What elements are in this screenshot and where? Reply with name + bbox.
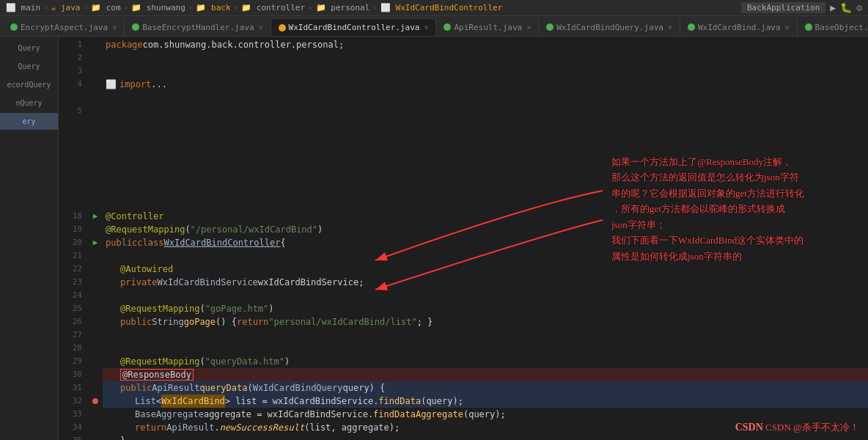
tab-label: WxIdCardBind.java (698, 23, 781, 32)
tab-icon (688, 23, 695, 31)
code-line-12 (103, 197, 868, 210)
sidebar-item-recordquery[interactable]: ecordQuery (0, 76, 58, 93)
sidebar-item-query2[interactable]: Query (0, 58, 58, 75)
code-editor: 1 2 3 4 5 18 19 20 21 22 23 24 2 (59, 37, 868, 440)
code-line-26: public String goPage() { return "persona… (103, 315, 868, 329)
tab-api-result[interactable]: ApiResult.java × (436, 18, 539, 36)
tab-icon (805, 23, 812, 31)
tab-close[interactable]: × (424, 23, 428, 32)
tab-label: ApiResult.java (454, 23, 522, 32)
code-line-32: List<WxIdCardBind> list = wxIdCardBindSe… (103, 395, 868, 408)
code-line-1: package com.shunwang.back.controller.per… (103, 38, 868, 51)
tab-encrypt-aspect[interactable]: EncryptAspect.java × (3, 18, 125, 36)
code-line-6 (103, 117, 868, 131)
breadcrumb-bar: ⬜ main › ☕ java › 📁 com › 📁 shunwang › 📁… (0, 0, 868, 16)
code-line-33: BaseAggregate aggregate = wxIdCardBindSe… (103, 408, 868, 421)
sidebar: Query Query ecordQuery nQuery ery (0, 37, 59, 440)
breadcrumb-controller[interactable]: 📁 controller (241, 3, 305, 12)
tab-label: EncryptAspect.java (21, 23, 108, 32)
tab-close[interactable]: × (785, 23, 790, 32)
csdn-title: CSDN (735, 422, 763, 433)
tab-icon (546, 23, 553, 31)
code-line-21 (103, 249, 868, 263)
breadcrumb-com[interactable]: 📁 com (91, 3, 121, 12)
code-line-18: @Controller (103, 210, 868, 223)
code-line-8 (103, 144, 868, 157)
code-line-28 (103, 342, 868, 355)
code-line-9 (103, 157, 868, 170)
breadcrumb-file[interactable]: ⬜ WxIdCardBindController (380, 3, 502, 12)
gutter: ▶ ▶ (88, 37, 103, 440)
tab-close[interactable]: × (526, 23, 531, 32)
csdn-watermark: CSDN CSDN @杀手不太冷！ (735, 421, 859, 434)
run-area: BackApplication ▶ 🐛 ⚙ (741, 2, 862, 13)
responsebody-annotation: @ResponseBody (120, 369, 194, 381)
gutter-breakpoint-32[interactable] (92, 398, 98, 404)
csdn-username: CSDN @杀手不太冷！ (765, 422, 859, 433)
sidebar-item-query1[interactable]: Query (0, 40, 58, 56)
settings-icon[interactable]: ⚙ (856, 2, 862, 13)
tab-label: WxIdCardBindController.java (289, 23, 420, 32)
code-line-11 (103, 183, 868, 197)
breadcrumb-back[interactable]: 📁 back (196, 3, 230, 12)
code-line-25: @RequestMapping("goPage.htm") (103, 302, 868, 315)
tab-base-encrypt[interactable]: BaseEncryptHandler.java × (125, 18, 271, 36)
breadcrumb-personal[interactable]: 📁 personal (316, 3, 370, 12)
sidebar-item-ery[interactable]: ery (0, 113, 58, 130)
code-line-29: @RequestMapping("queryData.htm") (103, 355, 868, 368)
sidebar-item-nquery[interactable]: nQuery (0, 95, 58, 111)
code-line-24 (103, 289, 868, 302)
code-line-22: @Autowired (103, 263, 868, 276)
tab-icon (10, 23, 18, 31)
code-line-3 (103, 65, 868, 78)
tab-close[interactable]: × (112, 23, 117, 32)
code-line-empty1 (103, 91, 868, 104)
tab-close[interactable]: × (259, 23, 263, 32)
code-line-2 (103, 51, 868, 65)
gutter-arrow-18: ▶ (93, 210, 98, 223)
run-icon[interactable]: ▶ (830, 2, 836, 13)
code-line-27 (103, 329, 868, 342)
gutter-arrow-20: ▶ (93, 236, 98, 249)
debug-icon[interactable]: 🐛 (840, 2, 852, 13)
breadcrumb-java[interactable]: ☕ java (51, 3, 81, 12)
tab-icon (444, 23, 451, 31)
code-with-lines: 1 2 3 4 5 18 19 20 21 22 23 24 2 (59, 37, 868, 440)
line-numbers: 1 2 3 4 5 18 19 20 21 22 23 24 2 (59, 37, 88, 440)
tab-label: BaseObject.java (815, 23, 868, 32)
code-line-19: @RequestMapping("/personal/wxIdCardBind"… (103, 223, 868, 236)
code-line-5 (103, 104, 868, 117)
tab-icon (279, 24, 286, 32)
tab-close[interactable]: × (668, 23, 672, 32)
code-line-4: ⬜import ... (103, 78, 868, 91)
code-line-10 (103, 170, 868, 183)
breadcrumb-shunwang[interactable]: 📁 shunwang (131, 3, 185, 12)
code-line-20: public class WxIdCardBindController { (103, 236, 868, 249)
code-line-30: @ResponseBody (103, 368, 868, 381)
tab-wx-bind[interactable]: WxIdCardBind.java × (680, 18, 798, 36)
code-line-35: } (103, 434, 868, 440)
tab-label: WxIdCardBindQuery.java (556, 23, 663, 32)
code-line-7 (103, 131, 868, 144)
code-line-23: private WxIdCardBindService wxIdCardBind… (103, 276, 868, 289)
code-content: package com.shunwang.back.controller.per… (103, 37, 868, 440)
tab-base-object[interactable]: BaseObject.java × (798, 18, 868, 36)
code-line-31: public ApiResult queryData(WxIdCardBindQ… (103, 381, 868, 395)
breadcrumb-main[interactable]: ⬜ main (6, 3, 40, 12)
tab-wx-query[interactable]: WxIdCardBindQuery.java × (539, 18, 680, 36)
tab-bar: EncryptAspect.java × BaseEncryptHandler.… (0, 16, 868, 37)
tab-wx-controller[interactable]: WxIdCardBindController.java × (271, 18, 437, 36)
app-name-label[interactable]: BackApplication (741, 2, 825, 13)
tab-icon (132, 23, 139, 31)
main-area: Query Query ecordQuery nQuery ery (0, 37, 868, 440)
tab-label: BaseEncryptHandler.java (142, 23, 254, 32)
